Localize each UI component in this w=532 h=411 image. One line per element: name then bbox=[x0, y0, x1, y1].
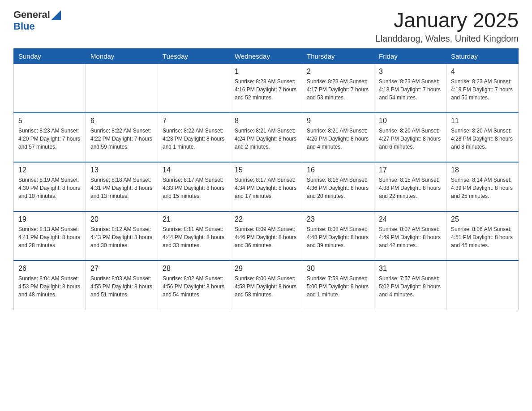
table-row: 21Sunrise: 8:11 AM Sunset: 4:44 PM Dayli… bbox=[158, 211, 230, 261]
calendar-week-row: 5Sunrise: 8:23 AM Sunset: 4:20 PM Daylig… bbox=[14, 113, 519, 162]
day-number: 11 bbox=[451, 117, 514, 125]
title-section: January 2025 Llanddarog, Wales, United K… bbox=[376, 9, 519, 44]
day-info: Sunrise: 8:20 AM Sunset: 4:28 PM Dayligh… bbox=[451, 127, 514, 151]
table-row: 27Sunrise: 8:03 AM Sunset: 4:55 PM Dayli… bbox=[86, 261, 158, 310]
day-number: 2 bbox=[307, 68, 369, 76]
table-row: 12Sunrise: 8:19 AM Sunset: 4:30 PM Dayli… bbox=[14, 162, 86, 211]
day-number: 14 bbox=[163, 166, 225, 174]
table-row: 30Sunrise: 7:59 AM Sunset: 5:00 PM Dayli… bbox=[302, 261, 374, 310]
day-number: 13 bbox=[90, 166, 153, 174]
table-row: 7Sunrise: 8:22 AM Sunset: 4:23 PM Daylig… bbox=[158, 113, 230, 162]
table-row bbox=[86, 64, 158, 113]
day-number: 6 bbox=[90, 117, 153, 125]
day-info: Sunrise: 8:22 AM Sunset: 4:23 PM Dayligh… bbox=[163, 127, 225, 151]
day-info: Sunrise: 8:17 AM Sunset: 4:33 PM Dayligh… bbox=[163, 176, 225, 200]
day-number: 19 bbox=[18, 215, 81, 223]
day-number: 21 bbox=[163, 215, 225, 223]
col-sunday: Sunday bbox=[14, 48, 86, 64]
day-info: Sunrise: 8:04 AM Sunset: 4:53 PM Dayligh… bbox=[18, 274, 81, 299]
day-number: 12 bbox=[18, 166, 81, 174]
table-row: 13Sunrise: 8:18 AM Sunset: 4:31 PM Dayli… bbox=[86, 162, 158, 211]
day-info: Sunrise: 8:21 AM Sunset: 4:26 PM Dayligh… bbox=[307, 127, 369, 151]
calendar-header-row: Sunday Monday Tuesday Wednesday Thursday… bbox=[14, 48, 519, 64]
page-header: General Blue January 2025 Llanddarog, Wa… bbox=[13, 9, 519, 44]
table-row: 24Sunrise: 8:07 AM Sunset: 4:49 PM Dayli… bbox=[374, 211, 446, 261]
table-row: 5Sunrise: 8:23 AM Sunset: 4:20 PM Daylig… bbox=[14, 113, 86, 162]
table-row bbox=[14, 64, 86, 113]
day-info: Sunrise: 8:16 AM Sunset: 4:36 PM Dayligh… bbox=[307, 176, 369, 200]
table-row bbox=[158, 64, 230, 113]
table-row: 29Sunrise: 8:00 AM Sunset: 4:58 PM Dayli… bbox=[230, 261, 302, 310]
table-row: 10Sunrise: 8:20 AM Sunset: 4:27 PM Dayli… bbox=[374, 113, 446, 162]
day-info: Sunrise: 8:12 AM Sunset: 4:43 PM Dayligh… bbox=[90, 225, 153, 249]
calendar-table: Sunday Monday Tuesday Wednesday Thursday… bbox=[13, 48, 519, 310]
day-info: Sunrise: 8:18 AM Sunset: 4:31 PM Dayligh… bbox=[90, 176, 153, 200]
day-info: Sunrise: 8:15 AM Sunset: 4:38 PM Dayligh… bbox=[379, 176, 442, 200]
day-info: Sunrise: 8:22 AM Sunset: 4:22 PM Dayligh… bbox=[90, 127, 153, 151]
table-row: 2Sunrise: 8:23 AM Sunset: 4:17 PM Daylig… bbox=[302, 64, 374, 113]
table-row: 31Sunrise: 7:57 AM Sunset: 5:02 PM Dayli… bbox=[374, 261, 446, 310]
day-info: Sunrise: 8:00 AM Sunset: 4:58 PM Dayligh… bbox=[235, 274, 297, 299]
day-number: 22 bbox=[235, 215, 297, 223]
table-row: 6Sunrise: 8:22 AM Sunset: 4:22 PM Daylig… bbox=[86, 113, 158, 162]
day-number: 17 bbox=[379, 166, 442, 174]
col-monday: Monday bbox=[86, 48, 158, 64]
table-row: 3Sunrise: 8:23 AM Sunset: 4:18 PM Daylig… bbox=[374, 64, 446, 113]
table-row: 8Sunrise: 8:21 AM Sunset: 4:24 PM Daylig… bbox=[230, 113, 302, 162]
table-row: 22Sunrise: 8:09 AM Sunset: 4:46 PM Dayli… bbox=[230, 211, 302, 261]
table-row: 19Sunrise: 8:13 AM Sunset: 4:41 PM Dayli… bbox=[14, 211, 86, 261]
day-number: 1 bbox=[235, 68, 297, 76]
day-number: 24 bbox=[379, 215, 442, 223]
day-info: Sunrise: 7:57 AM Sunset: 5:02 PM Dayligh… bbox=[379, 274, 442, 299]
day-number: 26 bbox=[18, 265, 81, 273]
table-row: 23Sunrise: 8:08 AM Sunset: 4:48 PM Dayli… bbox=[302, 211, 374, 261]
day-number: 4 bbox=[451, 68, 514, 76]
table-row: 14Sunrise: 8:17 AM Sunset: 4:33 PM Dayli… bbox=[158, 162, 230, 211]
col-wednesday: Wednesday bbox=[230, 48, 302, 64]
day-number: 18 bbox=[451, 166, 514, 174]
table-row: 15Sunrise: 8:17 AM Sunset: 4:34 PM Dayli… bbox=[230, 162, 302, 211]
day-info: Sunrise: 8:14 AM Sunset: 4:39 PM Dayligh… bbox=[451, 176, 514, 200]
day-info: Sunrise: 8:09 AM Sunset: 4:46 PM Dayligh… bbox=[235, 225, 297, 249]
day-info: Sunrise: 8:21 AM Sunset: 4:24 PM Dayligh… bbox=[235, 127, 297, 151]
day-number: 7 bbox=[163, 117, 225, 125]
day-number: 8 bbox=[235, 117, 297, 125]
day-info: Sunrise: 8:23 AM Sunset: 4:16 PM Dayligh… bbox=[235, 77, 297, 102]
col-tuesday: Tuesday bbox=[158, 48, 230, 64]
logo-blue-text: Blue bbox=[13, 21, 35, 32]
day-number: 25 bbox=[451, 215, 514, 223]
day-number: 30 bbox=[307, 265, 369, 273]
day-number: 20 bbox=[90, 215, 153, 223]
logo-triangle-icon bbox=[51, 10, 61, 20]
col-saturday: Saturday bbox=[446, 48, 519, 64]
calendar-subtitle: Llanddarog, Wales, United Kingdom bbox=[376, 34, 519, 44]
table-row: 1Sunrise: 8:23 AM Sunset: 4:16 PM Daylig… bbox=[230, 64, 302, 113]
day-info: Sunrise: 8:23 AM Sunset: 4:17 PM Dayligh… bbox=[307, 77, 369, 102]
calendar-week-row: 26Sunrise: 8:04 AM Sunset: 4:53 PM Dayli… bbox=[14, 261, 519, 310]
day-number: 10 bbox=[379, 117, 442, 125]
calendar-week-row: 19Sunrise: 8:13 AM Sunset: 4:41 PM Dayli… bbox=[14, 211, 519, 261]
col-thursday: Thursday bbox=[302, 48, 374, 64]
day-info: Sunrise: 8:17 AM Sunset: 4:34 PM Dayligh… bbox=[235, 176, 297, 200]
day-number: 31 bbox=[379, 265, 442, 273]
table-row: 28Sunrise: 8:02 AM Sunset: 4:56 PM Dayli… bbox=[158, 261, 230, 310]
logo: General Blue bbox=[13, 9, 61, 32]
day-info: Sunrise: 7:59 AM Sunset: 5:00 PM Dayligh… bbox=[307, 274, 369, 299]
col-friday: Friday bbox=[374, 48, 446, 64]
day-number: 27 bbox=[90, 265, 153, 273]
day-number: 28 bbox=[163, 265, 225, 273]
day-number: 16 bbox=[307, 166, 369, 174]
table-row: 17Sunrise: 8:15 AM Sunset: 4:38 PM Dayli… bbox=[374, 162, 446, 211]
day-info: Sunrise: 8:06 AM Sunset: 4:51 PM Dayligh… bbox=[451, 225, 514, 249]
day-info: Sunrise: 8:03 AM Sunset: 4:55 PM Dayligh… bbox=[90, 274, 153, 299]
day-info: Sunrise: 8:02 AM Sunset: 4:56 PM Dayligh… bbox=[163, 274, 225, 299]
day-number: 29 bbox=[235, 265, 297, 273]
day-info: Sunrise: 8:23 AM Sunset: 4:18 PM Dayligh… bbox=[379, 77, 442, 102]
logo-general-text: General bbox=[13, 9, 50, 21]
calendar-title: January 2025 bbox=[376, 9, 519, 32]
day-number: 23 bbox=[307, 215, 369, 223]
table-row: 4Sunrise: 8:23 AM Sunset: 4:19 PM Daylig… bbox=[446, 64, 519, 113]
day-number: 9 bbox=[307, 117, 369, 125]
day-info: Sunrise: 8:07 AM Sunset: 4:49 PM Dayligh… bbox=[379, 225, 442, 249]
table-row bbox=[446, 261, 519, 310]
